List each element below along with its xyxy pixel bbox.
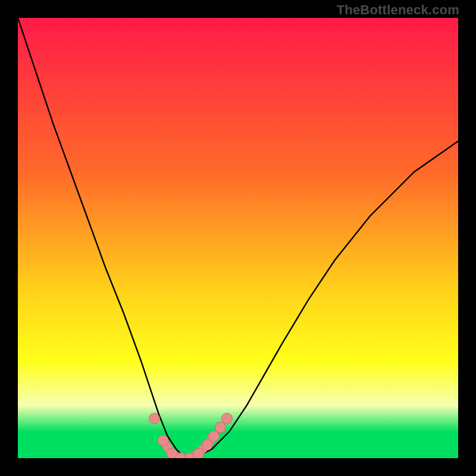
chart-svg: [18, 18, 458, 458]
marker-dot: [158, 435, 168, 446]
marker-dot: [193, 449, 203, 458]
marker-dot: [222, 413, 233, 424]
marker-dot: [208, 431, 219, 441]
gradient-background: [18, 18, 458, 458]
marker-dot: [202, 440, 212, 450]
outer-frame: TheBottleneck.com: [0, 0, 476, 476]
watermark-text: TheBottleneck.com: [337, 2, 459, 18]
marker-dot: [149, 413, 159, 424]
marker-dot: [215, 422, 226, 433]
chart-plot-area: [18, 18, 458, 458]
